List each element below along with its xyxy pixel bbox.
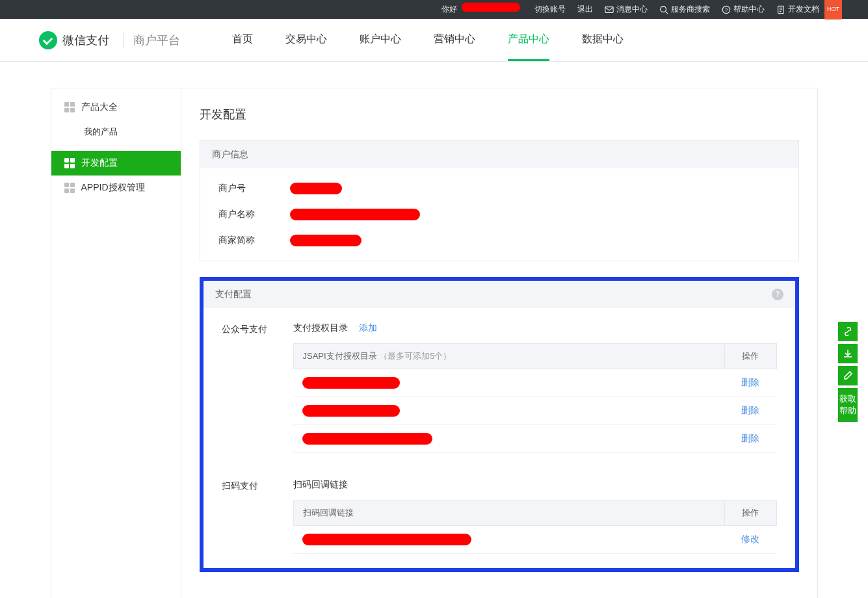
nav-home[interactable]: 首页	[232, 19, 253, 61]
merchant-panel-title: 商户信息	[212, 149, 248, 161]
jsapi-col-label: JSAPI支付授权目录	[303, 351, 377, 361]
scan-section-body: 扫码回调链接 扫码回调链接 操作	[293, 479, 777, 554]
table-row: 删除	[293, 397, 776, 425]
nav-account[interactable]: 账户中心	[360, 19, 401, 61]
nav-data[interactable]: 数据中心	[582, 19, 624, 61]
switch-account-link[interactable]: 切换账号	[534, 0, 566, 19]
scan-col-op: 操作	[724, 500, 776, 526]
provider-search-link[interactable]: 服务商搜索	[659, 0, 710, 19]
hot-badge: HOT	[824, 0, 842, 20]
right-rail: 获取帮助	[838, 322, 858, 422]
message-center-label: 消息中心	[616, 0, 648, 19]
merchant-name-row: 商户名称	[218, 209, 780, 220]
redacted-merchant-id	[290, 183, 342, 194]
message-center-link[interactable]: 消息中心	[605, 0, 648, 19]
scan-title: 扫码回调链接	[293, 479, 348, 489]
help-circle-icon[interactable]: ?	[772, 289, 783, 300]
delete-link[interactable]: 删除	[741, 377, 759, 387]
page-title: 开发配置	[200, 107, 799, 122]
delete-link[interactable]: 删除	[741, 405, 759, 415]
jsapi-section-label: 公众号支付	[222, 322, 293, 453]
wechat-pay-icon	[39, 31, 57, 49]
mail-icon	[605, 5, 614, 14]
grid-icon	[64, 158, 75, 168]
help-icon: ?	[722, 5, 731, 14]
sidebar-catalog-label: 产品大全	[81, 101, 118, 113]
svg-point-1	[661, 6, 666, 12]
dev-docs-label: 开发文档	[788, 0, 819, 19]
greeting-text: 你好	[441, 5, 457, 14]
nav-product[interactable]: 产品中心	[508, 19, 549, 61]
sidebar-item-catalog[interactable]: 产品大全	[51, 95, 181, 120]
merchant-name-label: 商户名称	[218, 209, 290, 220]
table-row: 修改	[293, 526, 776, 554]
brand-text: 微信支付	[62, 32, 109, 48]
svg-rect-0	[605, 6, 613, 12]
jsapi-title: 支付授权目录	[293, 322, 348, 333]
sidebar-group-products: 产品大全 我的产品	[51, 88, 181, 151]
rail-edit-icon[interactable]	[838, 366, 858, 385]
sidebar-devconfig-label: 开发配置	[81, 157, 118, 169]
delete-link[interactable]: 删除	[741, 433, 759, 443]
rail-help-button[interactable]: 获取帮助	[838, 388, 858, 422]
sidebar-appid-label: APPID授权管理	[81, 182, 145, 194]
sidebar-item-devconfig[interactable]: 开发配置	[51, 151, 181, 176]
modify-link[interactable]: 修改	[741, 534, 759, 544]
svg-text:?: ?	[725, 6, 728, 12]
jsapi-title-row: 支付授权目录 添加	[293, 322, 777, 334]
main-content: 开发配置 商户信息 商户号 商户名称 商家简称	[181, 88, 818, 598]
rail-download-icon[interactable]	[838, 344, 858, 363]
sidebar: 产品大全 我的产品 开发配置 APPID授权管理	[51, 88, 181, 598]
help-center-label: 帮助中心	[733, 0, 765, 19]
logout-link[interactable]: 退出	[577, 0, 593, 19]
pay-config-panel: 支付配置 ? 公众号支付 支付授权目录 添加	[200, 277, 799, 572]
jsapi-table: JSAPI支付授权目录 （最多可添加5个） 操作 删除	[293, 343, 777, 453]
table-row: 删除	[293, 425, 776, 453]
help-center-link[interactable]: ? 帮助中心	[722, 0, 765, 19]
jsapi-col-dir: JSAPI支付授权目录 （最多可添加5个）	[293, 344, 724, 369]
jsapi-col-hint: （最多可添加5个）	[379, 351, 451, 361]
merchant-panel-body: 商户号 商户名称 商家简称	[200, 168, 798, 261]
grid-icon	[64, 102, 75, 112]
sidebar-item-appid[interactable]: APPID授权管理	[51, 176, 181, 200]
redacted-merchant-short	[290, 235, 362, 246]
redacted-jsapi-url	[302, 433, 432, 445]
rail-link-icon[interactable]	[838, 322, 858, 341]
payconfig-panel-body: 公众号支付 支付授权目录 添加 JSAPI支付授权目录 （最多	[204, 308, 795, 568]
jsapi-col-op: 操作	[724, 344, 776, 369]
merchant-id-label: 商户号	[218, 183, 290, 194]
sidebar-item-myproducts[interactable]: 我的产品	[51, 120, 181, 144]
table-row: 删除	[293, 369, 776, 397]
scan-section: 扫码支付 扫码回调链接 扫码回调链接 操作	[222, 479, 777, 554]
search-icon	[659, 5, 668, 14]
jsapi-section-body: 支付授权目录 添加 JSAPI支付授权目录 （最多可添加5个）	[293, 322, 777, 453]
scan-table: 扫码回调链接 操作 修改	[293, 500, 777, 554]
sidebar-myproducts-label: 我的产品	[84, 126, 118, 138]
scan-section-label: 扫码支付	[222, 479, 293, 554]
payconfig-panel-header: 支付配置 ?	[204, 281, 795, 308]
redacted-jsapi-url	[302, 405, 400, 417]
merchant-short-label: 商家简称	[218, 235, 290, 246]
merchant-info-panel: 商户信息 商户号 商户名称 商家简称	[200, 140, 799, 261]
dev-docs-link[interactable]: 开发文档 HOT	[776, 0, 842, 20]
nav-transaction[interactable]: 交易中心	[285, 19, 327, 61]
redacted-jsapi-url	[302, 377, 400, 389]
scan-col-url: 扫码回调链接	[293, 500, 724, 526]
scan-title-row: 扫码回调链接	[293, 479, 777, 491]
greeting: 你好	[441, 0, 523, 19]
main-nav: 首页 交易中心 账户中心 营销中心 产品中心 数据中心	[232, 19, 624, 61]
jsapi-add-link[interactable]: 添加	[359, 322, 377, 333]
document-icon	[776, 5, 785, 14]
header: 微信支付 商户平台 首页 交易中心 账户中心 营销中心 产品中心 数据中心	[0, 19, 868, 62]
nav-marketing[interactable]: 营销中心	[434, 19, 475, 61]
top-utility-bar: 你好 切换账号 退出 消息中心 服务商搜索 ? 帮助中心 开发文档 HOT	[0, 0, 868, 19]
merchant-panel-header: 商户信息	[200, 141, 798, 168]
redacted-username	[462, 3, 520, 12]
merchant-id-row: 商户号	[218, 183, 780, 194]
jsapi-section: 公众号支付 支付授权目录 添加 JSAPI支付授权目录 （最多	[222, 322, 777, 453]
content-wrap: 产品大全 我的产品 开发配置 APPID授权管理 开发配置 商户信息 商户号	[51, 88, 818, 598]
merchant-short-row: 商家简称	[218, 235, 780, 246]
logo[interactable]: 微信支付 商户平台	[39, 31, 180, 49]
brand-sub: 商户平台	[124, 32, 180, 48]
provider-search-label: 服务商搜索	[671, 0, 710, 19]
